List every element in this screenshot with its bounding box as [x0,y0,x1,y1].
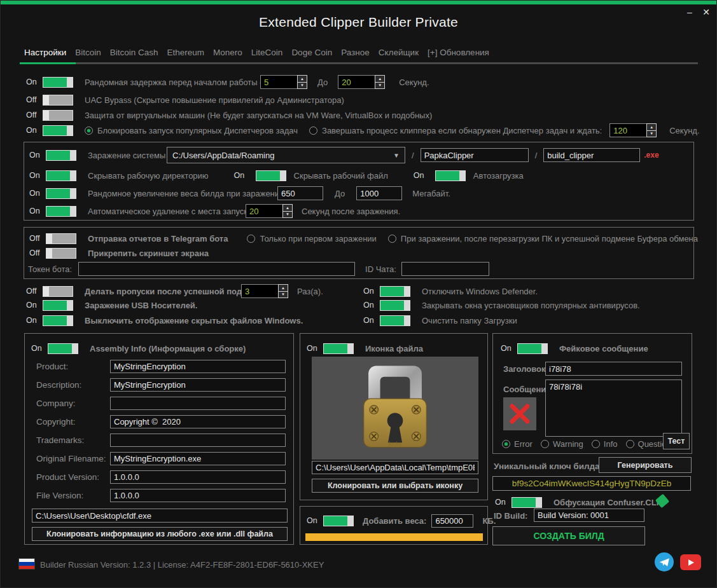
tab-settings[interactable]: Настройки [20,46,71,58]
test-message-button[interactable]: Тест [663,433,690,449]
weight-increase-toggle[interactable] [46,188,76,199]
spin-up-icon[interactable]: ▲ [647,124,656,131]
taskmgr-wait-spinner[interactable]: ▲▼ [609,123,657,137]
tab-monero[interactable]: Monero [209,46,247,58]
taskmgr-wait-input[interactable] [609,123,646,137]
delay-from-spinner[interactable]: ▲▼ [260,75,307,89]
downloads-toggle[interactable] [380,315,410,326]
telegram-on-swap-radio[interactable] [388,235,396,243]
tab-bitcoin[interactable]: Bitcoin [71,46,106,58]
msg-type-warning-radio[interactable] [541,440,549,448]
youtube-icon[interactable] [680,554,701,570]
build-key-input[interactable] [492,476,691,491]
add-weight-toggle[interactable] [323,516,354,526]
vm-protect-toggle[interactable] [43,110,73,121]
spin-up-icon[interactable]: ▲ [298,76,307,83]
assembly-field-row: Product Version: [36,470,286,484]
description-input[interactable] [110,378,286,392]
telegram-icon[interactable] [655,552,674,571]
product-version-input[interactable] [110,470,286,484]
spin-up-icon[interactable]: ▲ [279,285,288,292]
toggle-state: On [414,171,430,180]
autodelete-input[interactable] [246,204,282,218]
error-x-icon [509,403,531,425]
id-build-input[interactable] [534,509,644,522]
autodelete-spinner[interactable]: ▲▼ [246,204,293,218]
msg-body-textarea[interactable]: 78i78i78i [545,379,682,437]
file-version-input[interactable] [110,489,286,502]
msg-type-question-radio[interactable] [626,440,634,448]
row-autodelete: On Автоматическое удаление с места запус… [29,204,400,218]
autodelete-toggle[interactable] [46,206,76,217]
assembly-toggle[interactable] [48,343,78,354]
chat-id-input[interactable] [401,262,489,276]
copyright-input[interactable] [110,415,286,428]
infect-file-input[interactable] [543,148,640,162]
telegram-send-toggle[interactable] [46,233,76,244]
screenshot-toggle[interactable] [46,248,76,259]
trademarks-input[interactable] [110,434,286,447]
taskmgr-toggle[interactable] [43,125,73,136]
msg-type-error-radio[interactable] [502,440,510,448]
fake-message-toggle[interactable] [517,343,548,354]
tab-misc[interactable]: Разное [337,46,374,58]
file-icon-toggle[interactable] [323,343,354,354]
spin-up-icon[interactable]: ▲ [283,205,292,212]
defender-toggle[interactable] [380,286,410,297]
spin-up-icon[interactable]: ▲ [375,76,384,83]
infect-system-toggle[interactable] [46,150,76,161]
tab-litecoin[interactable]: LiteCoin [247,46,288,58]
create-build-button[interactable]: СОЗДАТЬ БИЛД [492,526,645,545]
generate-key-button[interactable]: Генерировать [599,457,692,473]
tab-underline-active [20,62,76,64]
tab-bitcoin-cash[interactable]: Bitcoin Cash [106,46,163,58]
clone-icon-button[interactable]: Клонировать или выбрать иконку [312,479,478,493]
msg-type-info-radio[interactable] [592,440,600,448]
row-defender: On Отключить Windows Defender. [363,284,538,298]
spin-down-icon[interactable]: ▼ [647,131,656,137]
skips-toggle[interactable] [43,286,73,297]
spin-down-icon[interactable]: ▼ [298,83,307,89]
spin-down-icon[interactable]: ▼ [375,83,384,89]
tab-binder[interactable]: Склейщик [374,46,423,58]
block-taskmgr-radio[interactable] [85,126,93,135]
obfuscation-toggle[interactable] [512,497,542,508]
assembly-source-path-input[interactable] [32,509,288,523]
random-delay-toggle[interactable] [43,77,73,88]
delay-to-spinner[interactable]: ▲▼ [338,75,385,89]
msg-title-input[interactable] [545,362,682,376]
delay-to-input[interactable] [338,75,375,89]
usb-toggle[interactable] [43,300,73,311]
infect-folder-input[interactable] [421,148,529,162]
infect-path-select[interactable]: C:/Users/AppData/Roaming ▼ [167,147,405,163]
spin-down-icon[interactable]: ▼ [279,292,288,298]
av-windows-toggle[interactable] [380,300,410,311]
skips-spinner[interactable]: ▲▼ [241,284,288,298]
clone-assembly-button[interactable]: Клонировать информацию из любого .exe ил… [32,527,288,541]
original-filename-input[interactable] [110,452,286,465]
row-usb: On Заражение USB Носителей. [26,298,197,312]
bot-token-input[interactable] [78,262,355,276]
tab-dogecoin[interactable]: Doge Coin [287,46,337,58]
tab-updates[interactable]: [+] Обновления [423,46,494,58]
hidden-files-toggle[interactable] [43,315,73,326]
weight-to-input[interactable] [356,186,402,200]
telegram-first-only-radio[interactable] [247,235,255,243]
skips-input[interactable] [241,284,278,298]
spin-down-icon[interactable]: ▼ [283,212,292,218]
autorun-toggle[interactable] [435,170,466,181]
add-weight-input[interactable] [431,514,473,528]
company-input[interactable] [110,397,286,410]
kill-clipper-radio[interactable] [309,126,317,135]
row-skips: Off Делать пропуски после успешной подме… [26,284,323,298]
icon-path-input[interactable] [312,461,478,474]
hide-file-toggle[interactable] [256,170,286,181]
assembly-field-row: File Version: [36,488,286,502]
uac-bypass-toggle[interactable] [43,95,73,106]
weight-from-input[interactable] [277,186,323,200]
path-separator: / [535,151,538,160]
hide-dir-toggle[interactable] [46,170,76,181]
tab-ethereum[interactable]: Ethereum [163,46,209,58]
product-input[interactable] [110,360,286,373]
delay-from-input[interactable] [260,75,297,89]
